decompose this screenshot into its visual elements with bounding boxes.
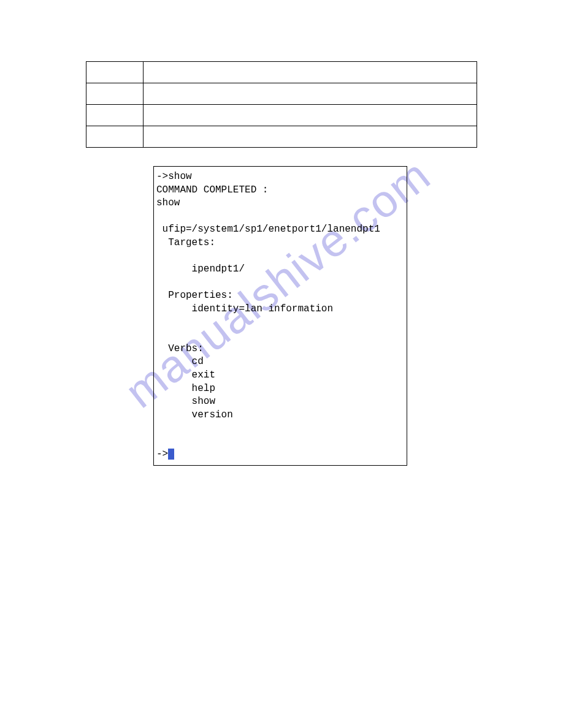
term-line: ->show [156,171,192,182]
cursor-block [168,449,174,460]
term-line: show [156,197,180,208]
term-line: help [156,383,215,394]
term-line: identity=lan information [156,303,333,314]
empty-table [86,61,477,148]
cell [144,126,477,148]
term-line: ipendpt1/ [156,264,245,275]
terminal-output: ->show COMMAND COMPLETED : show ufip=/sy… [153,166,407,466]
term-line: cd [156,356,204,367]
term-line: exit [156,370,215,381]
table-row [86,62,477,83]
cell [86,83,144,105]
table-row [86,126,477,148]
cell [86,126,144,148]
cell [144,62,477,83]
cell [144,83,477,105]
page-content: manualshive.com ->show COMMAND COMPLETED… [0,0,563,502]
term-line: COMMAND COMPLETED : [156,184,268,195]
term-line: ufip=/system1/sp1/enetport1/lanendpt1 [156,224,380,235]
cell [86,105,144,126]
cell [86,62,144,83]
term-line: Targets: [156,237,215,248]
term-line: version [156,409,233,420]
table-row [86,105,477,126]
term-line: Properties: [156,290,233,301]
term-line: show [156,396,215,407]
table-row [86,83,477,105]
cell [144,105,477,126]
term-line: Verbs: [156,343,204,354]
term-prompt: -> [156,449,168,460]
